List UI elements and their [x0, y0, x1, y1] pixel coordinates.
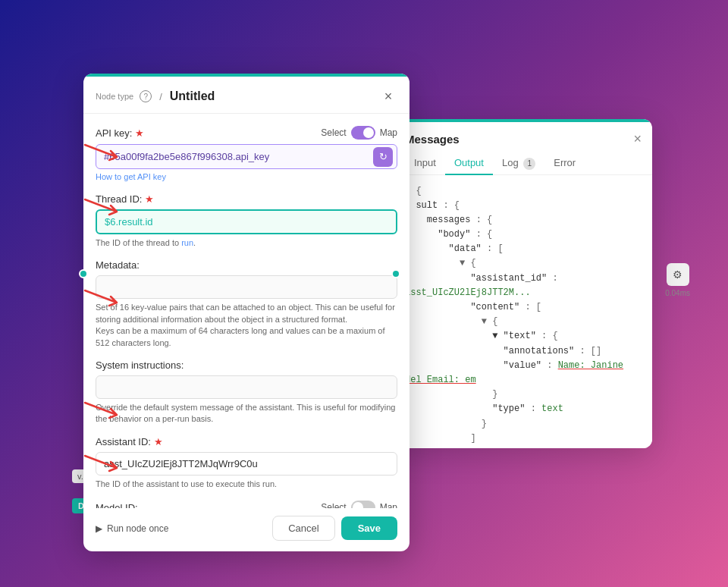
metadata-field-group: Metadata: Set of 16 key-value pairs that…: [96, 259, 397, 349]
cancel-button[interactable]: Cancel: [272, 516, 334, 541]
system-instructions-input[interactable]: [96, 375, 397, 399]
assistant-id-required: ★: [154, 436, 163, 447]
timing-text: 0.04ms: [665, 289, 690, 297]
separator: /: [159, 91, 162, 102]
assistant-id-input[interactable]: [96, 452, 397, 476]
system-instructions-field-group: System instructions: Override the defaul…: [96, 359, 397, 425]
messages-panel: Messages × Input Output Log 1 Error : { …: [394, 119, 652, 448]
model-id-label-row: Model ID: Select Map: [96, 501, 397, 508]
thread-id-required: ★: [145, 193, 154, 205]
api-key-toggle[interactable]: [351, 126, 375, 140]
api-key-toggle-row: Select Map: [321, 126, 397, 140]
refresh-icon: ↻: [379, 151, 388, 162]
arrow-2: [83, 195, 125, 219]
arrow-4: [83, 398, 125, 422]
api-key-label-row: API key: ★ Select Map: [96, 126, 397, 140]
help-icon[interactable]: ?: [140, 90, 152, 102]
left-connector-dot: [79, 269, 88, 278]
arrow-5: [83, 451, 125, 476]
api-key-label: API key: ★: [96, 127, 144, 139]
messages-title: Messages: [405, 133, 460, 146]
dialog-body: API key: ★ Select Map ↻ How to get API: [83, 114, 410, 508]
gear-icon[interactable]: ⚙: [667, 263, 689, 286]
system-instructions-hint: Override the default system message of t…: [96, 402, 397, 425]
arrow-1: [83, 140, 125, 165]
tab-input[interactable]: Input: [405, 153, 445, 175]
save-button[interactable]: Save: [341, 516, 397, 540]
api-key-input-wrap: ↻: [96, 144, 397, 169]
dialog-header: Node type ? / Untitled ×: [83, 77, 410, 114]
thread-id-label: Thread ID: ★: [96, 193, 397, 205]
messages-content: : { sult : { messages : { "body" : { "da…: [394, 175, 652, 448]
tab-output[interactable]: Output: [445, 153, 493, 175]
log-badge: 1: [523, 158, 535, 170]
model-id-label: Model ID:: [96, 502, 138, 508]
right-connector-dot: [391, 269, 400, 278]
create-run-dialog: Node type ? / Untitled × API key: ★ Sele…: [83, 74, 410, 551]
workspace: ⚙ 0.04ms v.1 Dev Node type ? / Untitled …: [23, 28, 705, 559]
api-key-input[interactable]: [96, 144, 397, 169]
thread-run-link[interactable]: run: [181, 238, 193, 247]
node-type-label: Node type: [96, 92, 133, 101]
model-id-toggle[interactable]: [351, 501, 375, 508]
model-id-field-group: Model ID: Select Map gpt-4-1106-preview …: [96, 501, 397, 508]
dialog-title: Untitled: [170, 89, 215, 103]
thread-id-hint: The ID of the thread to run.: [96, 237, 397, 249]
metadata-input[interactable]: [96, 275, 397, 299]
api-key-link[interactable]: How to get API key: [96, 172, 166, 181]
tab-error[interactable]: Error: [544, 153, 585, 175]
model-id-toggle-row: Select Map: [321, 501, 397, 508]
messages-close-button[interactable]: ×: [633, 131, 642, 147]
settings-node: ⚙ 0.04ms: [665, 263, 690, 297]
metadata-label: Metadata:: [96, 259, 397, 271]
assistant-id-field-group: Assistant ID: ★ The ID of the assistant …: [96, 436, 397, 490]
run-once-button[interactable]: ▶ Run node once: [96, 523, 168, 534]
close-dialog-button[interactable]: ×: [379, 87, 397, 105]
thread-id-field-group: Thread ID: ★ The ID of the thread to run…: [96, 193, 397, 249]
metadata-hint: Set of 16 key-value pairs that can be at…: [96, 302, 397, 349]
tab-log[interactable]: Log 1: [493, 153, 544, 175]
messages-header: Messages ×: [394, 122, 652, 147]
refresh-button[interactable]: ↻: [373, 147, 393, 167]
arrow-3: [83, 286, 125, 310]
api-key-field-group: API key: ★ Select Map ↻ How to get API: [96, 126, 397, 183]
dialog-footer: ▶ Run node once Cancel Save: [83, 508, 410, 551]
assistant-id-hint: The ID of the assistant to use to execut…: [96, 479, 397, 490]
system-instructions-label: System instructions:: [96, 359, 397, 371]
play-icon: ▶: [96, 523, 102, 534]
messages-tabs: Input Output Log 1 Error: [394, 147, 652, 175]
api-key-required: ★: [135, 127, 144, 139]
thread-id-input[interactable]: [96, 209, 397, 234]
assistant-id-label: Assistant ID: ★: [96, 436, 397, 447]
